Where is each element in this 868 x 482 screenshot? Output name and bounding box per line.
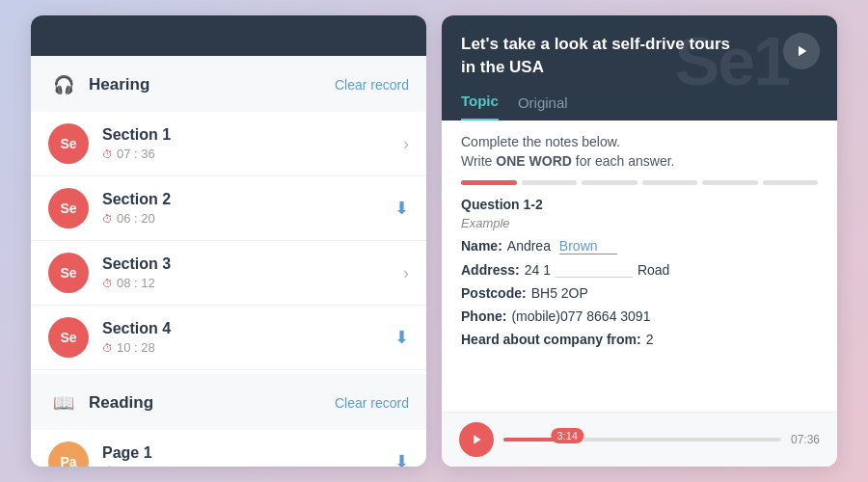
- right-footer: 3:14 07:36: [442, 412, 837, 467]
- progress-seg-4: [642, 180, 698, 185]
- section-2-item[interactable]: Se Section 2 ⏱ 06 : 20 ⬇: [31, 176, 426, 241]
- reading-header-left: 📖 Reading: [48, 388, 153, 418]
- postcode-field-label: Postcode:: [461, 285, 527, 301]
- section-3-time: ⏱ 08 : 12: [102, 276, 403, 290]
- instruction-2: Write ONE WORD for each answer.: [461, 153, 818, 169]
- page-1-name: Page 1: [102, 444, 394, 462]
- heard-field-row: Heard about company from: 2: [461, 332, 818, 347]
- hearing-header-left: 🎧 Hearing: [48, 69, 149, 100]
- hearing-icon: 🎧: [48, 69, 79, 100]
- left-panel-header: [31, 15, 426, 56]
- section-3-info: Section 3 ⏱ 08 : 12: [102, 255, 403, 290]
- section-2-time: ⏱ 06 : 20: [102, 211, 394, 226]
- address-field-prefix: 24 1: [525, 262, 551, 278]
- example-label: Example: [461, 216, 818, 230]
- section-4-time: ⏱ 10 : 28: [102, 340, 394, 355]
- section-2-info: Section 2 ⏱ 06 : 20: [102, 191, 394, 226]
- instruction-1: Complete the notes below.: [461, 134, 818, 149]
- name-field-value: Brown: [559, 238, 617, 254]
- section-1-item[interactable]: Se Section 1 ⏱ 07 : 36 ›: [31, 112, 426, 176]
- section-3-avatar: Se: [48, 253, 89, 293]
- clock-icon-3: ⏱: [102, 278, 113, 289]
- address-field-row: Address: 24 1 Road: [461, 262, 818, 278]
- section-1-name: Section 1: [102, 126, 403, 144]
- section-2-download[interactable]: ⬇: [394, 198, 409, 219]
- phone-field-label: Phone:: [461, 308, 506, 324]
- phone-field-row: Phone: (mobile)077 8664 3091: [461, 308, 818, 324]
- footer-progress-bar[interactable]: 3:14: [503, 438, 781, 442]
- section-2-avatar: Se: [48, 188, 89, 228]
- section-1-chevron[interactable]: ›: [403, 134, 409, 154]
- reading-title: Reading: [89, 393, 153, 413]
- section-4-info: Section 4 ⏱ 10 : 28: [102, 320, 394, 355]
- bold-word: ONE WORD: [496, 153, 572, 169]
- reading-clear-button[interactable]: Clear record: [335, 395, 409, 411]
- page-1-avatar: Pa: [48, 442, 89, 467]
- address-input-box[interactable]: [556, 262, 633, 278]
- right-panel: Se1 Let's take a look at self-drive tour…: [442, 15, 837, 467]
- address-field-label: Address:: [461, 262, 520, 278]
- section-2-name: Section 2: [102, 191, 394, 208]
- heard-field-value: 2: [646, 332, 654, 347]
- section-3-item[interactable]: Se Section 3 ⏱ 08 : 12 ›: [31, 241, 426, 306]
- section-4-name: Section 4: [102, 320, 394, 337]
- footer-play-button[interactable]: [459, 422, 494, 457]
- progress-bar-row: [461, 180, 818, 185]
- section-1-avatar: Se: [48, 123, 89, 164]
- progress-seg-3: [582, 180, 637, 185]
- progress-seg-2: [522, 180, 578, 185]
- section-4-avatar: Se: [48, 317, 89, 358]
- total-time-label: 07:36: [791, 433, 820, 446]
- hearing-category-header: 🎧 Hearing Clear record: [31, 56, 426, 112]
- section-4-item[interactable]: Se Section 4 ⏱ 10 : 28 ⬇: [31, 306, 426, 370]
- right-content: Complete the notes below. Write ONE WORD…: [442, 120, 837, 412]
- tab-original[interactable]: Original: [518, 94, 568, 120]
- section-1-info: Section 1 ⏱ 07 : 36: [102, 126, 403, 161]
- section-4-download[interactable]: ⬇: [394, 327, 409, 348]
- hearing-title: Hearing: [89, 75, 149, 94]
- phone-field-value: (mobile)077 8664 3091: [511, 308, 650, 324]
- reading-icon: 📖: [48, 388, 79, 418]
- address-field-suffix: Road: [637, 262, 669, 278]
- left-panel: 🎧 Hearing Clear record Se Section 1 ⏱ 07…: [31, 15, 426, 467]
- header-play-button[interactable]: [783, 33, 820, 69]
- progress-seg-6: [763, 180, 819, 185]
- tab-topic[interactable]: Topic: [461, 93, 499, 120]
- name-field-label: Name:: [461, 238, 502, 254]
- section-3-name: Section 3: [102, 255, 403, 273]
- progress-seg-5: [702, 180, 758, 185]
- heard-field-label: Heard about company from:: [461, 332, 641, 347]
- hearing-clear-button[interactable]: Clear record: [335, 77, 409, 93]
- section-3-chevron[interactable]: ›: [403, 263, 409, 283]
- page-1-subtitle: 📋 Stepwells: [102, 465, 394, 467]
- section-1-time: ⏱ 07 : 36: [102, 147, 403, 161]
- current-time-badge: 3:14: [552, 428, 583, 443]
- clock-icon-2: ⏱: [102, 213, 113, 225]
- section-list: 🎧 Hearing Clear record Se Section 1 ⏱ 07…: [31, 56, 426, 467]
- name-field-prefix: Andrea: [507, 238, 555, 254]
- page-1-download[interactable]: ⬇: [394, 451, 409, 467]
- right-header: Se1 Let's take a look at self-drive tour…: [442, 15, 837, 120]
- name-field-row: Name: Andrea Brown: [461, 238, 818, 254]
- clock-icon-1: ⏱: [102, 148, 113, 160]
- page-1-info: Page 1 📋 Stepwells: [102, 444, 394, 467]
- progress-seg-1: [461, 180, 517, 185]
- page-1-item[interactable]: Pa Page 1 📋 Stepwells ⬇: [31, 430, 426, 467]
- postcode-field-value: BH5 2OP: [531, 285, 588, 301]
- postcode-field-row: Postcode: BH5 2OP: [461, 285, 818, 301]
- clock-icon-4: ⏱: [102, 342, 113, 354]
- watermark: Se1: [674, 23, 789, 100]
- question-label: Question 1-2: [461, 197, 818, 212]
- reading-category-header: 📖 Reading Clear record: [31, 374, 426, 430]
